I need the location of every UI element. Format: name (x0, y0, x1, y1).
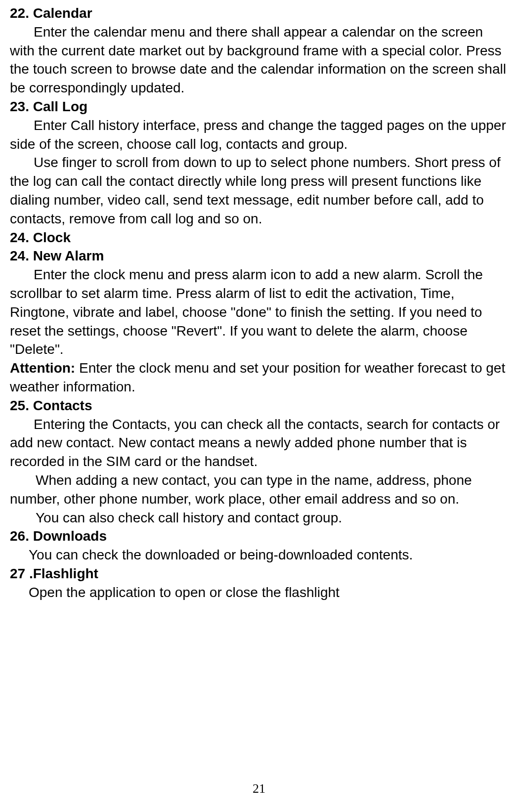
section-24-clock-heading: 24. Clock (10, 228, 508, 247)
section-22-heading: 22. Calendar (10, 4, 508, 23)
section-24-attention: Attention: Enter the clock menu and set … (10, 359, 508, 396)
section-23-paragraph-2: Use finger to scroll from down to up to … (10, 153, 508, 228)
section-25-paragraph-2: When adding a new contact, you can type … (10, 471, 508, 509)
section-25-paragraph-3: You can also check call history and cont… (10, 509, 508, 527)
section-25-heading: 25. Contacts (10, 396, 508, 415)
section-22-paragraph: Enter the calendar menu and there shall … (10, 23, 508, 97)
section-26-paragraph: You can check the downloaded or being-do… (10, 546, 508, 564)
section-23-paragraph-1: Enter Call history interface, press and … (10, 116, 508, 154)
section-26-heading: 26. Downloads (10, 527, 508, 546)
attention-text: Enter the clock menu and set your positi… (10, 360, 505, 394)
section-24-paragraph-1: Enter the clock menu and press alarm ico… (10, 265, 508, 359)
section-24-alarm-heading: 24. New Alarm (10, 247, 508, 265)
attention-label: Attention: (10, 360, 75, 376)
section-23-heading: 23. Call Log (10, 97, 508, 116)
page-number: 21 (0, 780, 518, 797)
section-27-heading: 27 .Flashlight (10, 564, 508, 583)
section-25-paragraph-1: Entering the Contacts, you can check all… (10, 415, 508, 471)
section-27-paragraph: Open the application to open or close th… (10, 583, 508, 602)
